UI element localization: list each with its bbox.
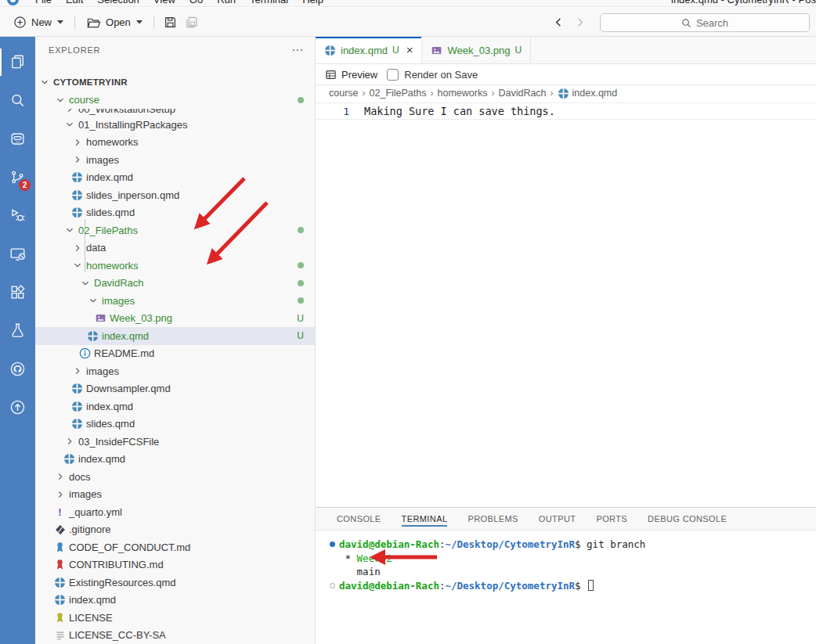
panel-tab-debug-console[interactable]: DEBUG CONSOLE <box>648 508 727 530</box>
breadcrumb-item-homeworks[interactable]: homeworks <box>438 88 488 99</box>
terminal[interactable]: david@debian-Rach:~/Desktop/CytometryInR… <box>316 531 816 592</box>
panel-tab-ports[interactable]: PORTS <box>596 508 627 530</box>
activity-search-button[interactable] <box>0 81 35 120</box>
tree-folder-01-installingrpackages[interactable]: 01_InstallingRPackages <box>35 116 315 134</box>
plus-circle-icon <box>13 16 27 29</box>
tree-file-code-of-conduct.md[interactable]: CODE_OF_CONDUCT.md <box>35 538 315 556</box>
tree-folder-02-filepaths[interactable]: 02_FilePaths <box>35 221 315 239</box>
menu-go[interactable]: Go <box>182 0 210 5</box>
tree-file-slides.qmd[interactable]: slides.qmd <box>35 416 315 434</box>
tree-folder-homeworks[interactable]: homeworks <box>35 257 315 275</box>
code-editor[interactable]: 1 Making Sure I can save things. <box>316 101 816 505</box>
activity-publish-button[interactable] <box>0 388 35 426</box>
tree-file-existingresources.qmd[interactable]: ExistingResources.qmd <box>35 574 315 592</box>
tree-item-label: images <box>69 488 102 500</box>
tree-file-index.qmd[interactable]: index.qmd <box>35 451 315 469</box>
activity-assistant-button[interactable] <box>0 120 35 158</box>
render-on-save-label: Render on Save <box>404 69 478 81</box>
menu-file[interactable]: File <box>28 0 59 5</box>
panel-tab-terminal[interactable]: TERMINAL <box>402 508 448 530</box>
breadcrumb-item-course[interactable]: course <box>329 88 359 99</box>
tree-folder-davidrach[interactable]: DavidRach <box>35 275 315 293</box>
tree-file-index.qmd[interactable]: index.qmd <box>35 398 315 416</box>
editor-tab-index.qmd[interactable]: index.qmdU× <box>316 37 422 63</box>
tree-item-label: 03_InsideFCSFile <box>78 436 159 448</box>
panel-tab-output[interactable]: OUTPUT <box>539 508 576 530</box>
tree-folder-03-insidefcsfile[interactable]: 03_InsideFCSFile <box>35 433 315 451</box>
tree-folder-images[interactable]: images <box>35 292 315 310</box>
tree-file-.gitignore[interactable]: .gitignore <box>35 521 315 539</box>
tree-item-label: LICENSE <box>69 612 113 624</box>
menu-run[interactable]: Run <box>210 0 243 5</box>
activity-source-control-button[interactable]: 2 <box>0 158 35 196</box>
chevron-down-icon <box>78 278 92 289</box>
activity-sessions-button[interactable] <box>0 235 35 273</box>
git-modified-dot-badge <box>298 227 304 233</box>
tree-folder-00-workstationsetup[interactable]: 00_WorkstationSetup <box>35 109 315 116</box>
tree-file-index.qmd[interactable]: index.qmd <box>35 169 315 187</box>
tree-file-license-cc-by-sa[interactable]: LICENSE_CC-BY-SA <box>35 627 315 644</box>
chevron-right-icon <box>70 137 84 148</box>
tree-file-week-03.png[interactable]: Week_03.pngU <box>35 310 315 328</box>
tree-folder-docs[interactable]: docs <box>35 468 315 486</box>
tree-file-index.qmd[interactable]: index.qmd <box>35 592 315 610</box>
forward-button[interactable] <box>574 16 586 28</box>
menu-help[interactable]: Help <box>295 0 330 5</box>
breadcrumb-item-davidrach[interactable]: DavidRach <box>498 88 546 99</box>
tree-file-contributing.md[interactable]: CONTRIBUTING.md <box>35 556 315 574</box>
tree-item-label: index.qmd <box>78 453 125 465</box>
save-all-button[interactable] <box>181 13 203 32</box>
activity-testing-button[interactable] <box>0 311 35 350</box>
chevron-down-icon <box>63 225 76 236</box>
tree-item-label: CYTOMETRYINR <box>53 77 128 87</box>
tree-item-label: DavidRach <box>94 277 144 289</box>
tree-file-index.qmd[interactable]: index.qmdU <box>35 327 315 345</box>
activity-files-button[interactable] <box>0 43 35 81</box>
search-input[interactable]: Search <box>600 13 810 32</box>
explorer-more-actions-button[interactable]: ⋯ <box>291 46 304 54</box>
top-toolbar: New Open Search <box>0 8 816 37</box>
activity-extensions-button[interactable] <box>0 273 35 311</box>
panel-tab-problems[interactable]: PROBLEMS <box>468 508 518 530</box>
activity-debug-button[interactable] <box>0 196 35 235</box>
tree-folder-partially-scrolled[interactable]: 00_WorkstationSetup <box>35 109 315 116</box>
search-placeholder: Search <box>696 17 728 29</box>
tree-file-license[interactable]: LICENSE <box>35 609 315 627</box>
ribbon-file-icon <box>53 559 67 570</box>
quarto-file-icon <box>558 88 569 99</box>
back-button[interactable] <box>553 16 565 28</box>
tree-file-downsampler.qmd[interactable]: Downsampler.qmd <box>35 380 315 398</box>
tab-label: index.qmd <box>341 45 388 56</box>
tree-folder-images[interactable]: images <box>35 151 315 169</box>
chevron-right-icon <box>70 243 84 254</box>
tree-folder-homeworks[interactable]: homeworks <box>35 134 315 152</box>
close-icon[interactable]: × <box>406 46 413 54</box>
tree-item-label: course <box>69 94 99 106</box>
breadcrumb-item-02-filepaths[interactable]: 02_FilePaths <box>370 88 427 99</box>
render-on-save-checkbox[interactable] <box>387 69 399 81</box>
tree-folder-cytometryinr[interactable]: CYTOMETRYINR <box>35 73 315 91</box>
breadcrumb-item-index.qmd[interactable]: index.qmd <box>558 88 618 99</box>
open-button[interactable]: Open <box>81 13 148 32</box>
menu-edit[interactable]: Edit <box>59 0 90 5</box>
editor-tab-week-03.png[interactable]: Week_03.pngU <box>422 37 531 63</box>
menu-view[interactable]: View <box>146 0 182 5</box>
tree-folder-images[interactable]: images <box>35 486 315 504</box>
tree-folder-images[interactable]: images <box>35 362 315 380</box>
app-logo-icon <box>7 0 19 5</box>
menu-terminal[interactable]: Terminal <box>243 0 295 5</box>
tree-folder-course[interactable]: course <box>35 91 315 109</box>
tree-file-slides.qmd[interactable]: slides.qmd <box>35 204 315 222</box>
tree-file--quarto.yml[interactable]: !_quarto.yml <box>35 503 315 521</box>
panel-tab-console[interactable]: CONSOLE <box>337 508 381 530</box>
terminal-line: david@debian-Rach:~/Desktop/CytometryInR… <box>339 579 816 593</box>
tree-folder-data[interactable]: data <box>35 239 315 257</box>
save-button[interactable] <box>160 13 181 32</box>
preview-button[interactable]: Preview <box>321 67 381 82</box>
activity-github-button[interactable] <box>0 350 35 388</box>
new-button[interactable]: New <box>8 13 69 32</box>
menu-selection[interactable]: Selection <box>90 0 146 5</box>
chevron-down-icon <box>86 295 99 306</box>
tree-file-readme.md[interactable]: README.md <box>35 345 315 363</box>
tree-file-slides-inperson.qmd[interactable]: slides_inperson.qmd <box>35 186 315 204</box>
